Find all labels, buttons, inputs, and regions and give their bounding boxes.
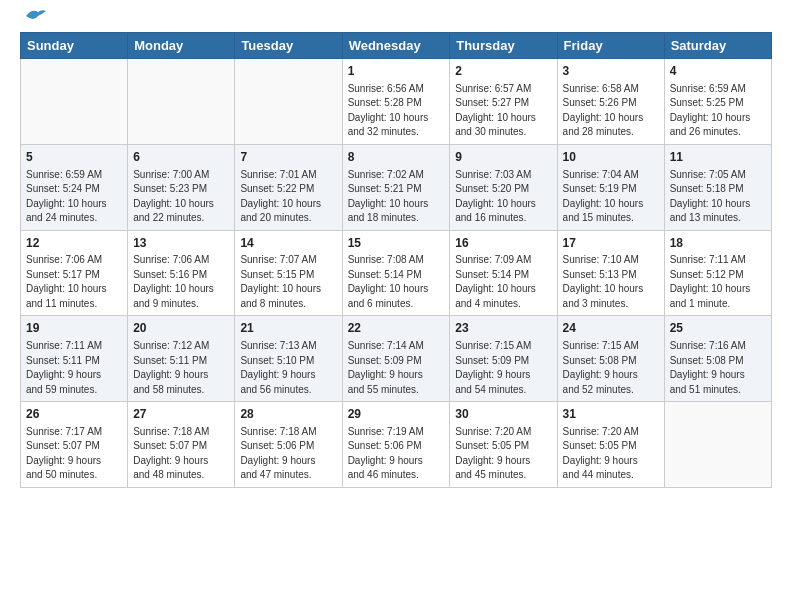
day-number: 14 — [240, 235, 336, 252]
day-info: Sunrise: 7:02 AMSunset: 5:21 PMDaylight:… — [348, 168, 445, 226]
calendar-cell — [664, 402, 771, 488]
weekday-header-saturday: Saturday — [664, 33, 771, 59]
calendar-cell: 19Sunrise: 7:11 AMSunset: 5:11 PMDayligh… — [21, 316, 128, 402]
day-number: 22 — [348, 320, 445, 337]
calendar-cell: 30Sunrise: 7:20 AMSunset: 5:05 PMDayligh… — [450, 402, 557, 488]
day-info: Sunrise: 7:11 AMSunset: 5:12 PMDaylight:… — [670, 253, 766, 311]
logo — [20, 16, 46, 24]
day-number: 28 — [240, 406, 336, 423]
calendar-cell: 24Sunrise: 7:15 AMSunset: 5:08 PMDayligh… — [557, 316, 664, 402]
day-number: 16 — [455, 235, 551, 252]
calendar-cell: 4Sunrise: 6:59 AMSunset: 5:25 PMDaylight… — [664, 59, 771, 145]
calendar-cell: 8Sunrise: 7:02 AMSunset: 5:21 PMDaylight… — [342, 144, 450, 230]
day-number: 3 — [563, 63, 659, 80]
day-info: Sunrise: 7:20 AMSunset: 5:05 PMDaylight:… — [455, 425, 551, 483]
calendar-cell: 6Sunrise: 7:00 AMSunset: 5:23 PMDaylight… — [128, 144, 235, 230]
calendar-cell: 16Sunrise: 7:09 AMSunset: 5:14 PMDayligh… — [450, 230, 557, 316]
day-number: 25 — [670, 320, 766, 337]
weekday-header-thursday: Thursday — [450, 33, 557, 59]
day-number: 8 — [348, 149, 445, 166]
day-info: Sunrise: 7:00 AMSunset: 5:23 PMDaylight:… — [133, 168, 229, 226]
calendar-cell: 13Sunrise: 7:06 AMSunset: 5:16 PMDayligh… — [128, 230, 235, 316]
day-number: 31 — [563, 406, 659, 423]
calendar-cell: 7Sunrise: 7:01 AMSunset: 5:22 PMDaylight… — [235, 144, 342, 230]
day-info: Sunrise: 6:56 AMSunset: 5:28 PMDaylight:… — [348, 82, 445, 140]
day-number: 30 — [455, 406, 551, 423]
day-number: 13 — [133, 235, 229, 252]
calendar-cell: 14Sunrise: 7:07 AMSunset: 5:15 PMDayligh… — [235, 230, 342, 316]
day-info: Sunrise: 7:13 AMSunset: 5:10 PMDaylight:… — [240, 339, 336, 397]
calendar-cell: 2Sunrise: 6:57 AMSunset: 5:27 PMDaylight… — [450, 59, 557, 145]
day-info: Sunrise: 7:18 AMSunset: 5:06 PMDaylight:… — [240, 425, 336, 483]
calendar-cell: 20Sunrise: 7:12 AMSunset: 5:11 PMDayligh… — [128, 316, 235, 402]
calendar-cell: 25Sunrise: 7:16 AMSunset: 5:08 PMDayligh… — [664, 316, 771, 402]
calendar-week-4: 19Sunrise: 7:11 AMSunset: 5:11 PMDayligh… — [21, 316, 772, 402]
calendar-cell — [128, 59, 235, 145]
day-info: Sunrise: 7:04 AMSunset: 5:19 PMDaylight:… — [563, 168, 659, 226]
header — [20, 16, 772, 24]
calendar-cell: 28Sunrise: 7:18 AMSunset: 5:06 PMDayligh… — [235, 402, 342, 488]
calendar-cell: 26Sunrise: 7:17 AMSunset: 5:07 PMDayligh… — [21, 402, 128, 488]
day-info: Sunrise: 7:18 AMSunset: 5:07 PMDaylight:… — [133, 425, 229, 483]
day-number: 7 — [240, 149, 336, 166]
day-info: Sunrise: 7:06 AMSunset: 5:16 PMDaylight:… — [133, 253, 229, 311]
calendar-cell: 15Sunrise: 7:08 AMSunset: 5:14 PMDayligh… — [342, 230, 450, 316]
calendar-cell: 18Sunrise: 7:11 AMSunset: 5:12 PMDayligh… — [664, 230, 771, 316]
day-info: Sunrise: 7:14 AMSunset: 5:09 PMDaylight:… — [348, 339, 445, 397]
day-info: Sunrise: 7:15 AMSunset: 5:09 PMDaylight:… — [455, 339, 551, 397]
calendar-cell: 17Sunrise: 7:10 AMSunset: 5:13 PMDayligh… — [557, 230, 664, 316]
calendar-week-5: 26Sunrise: 7:17 AMSunset: 5:07 PMDayligh… — [21, 402, 772, 488]
day-info: Sunrise: 7:17 AMSunset: 5:07 PMDaylight:… — [26, 425, 122, 483]
day-number: 12 — [26, 235, 122, 252]
day-number: 4 — [670, 63, 766, 80]
day-number: 20 — [133, 320, 229, 337]
calendar-cell: 11Sunrise: 7:05 AMSunset: 5:18 PMDayligh… — [664, 144, 771, 230]
weekday-header-monday: Monday — [128, 33, 235, 59]
day-info: Sunrise: 6:57 AMSunset: 5:27 PMDaylight:… — [455, 82, 551, 140]
day-info: Sunrise: 7:12 AMSunset: 5:11 PMDaylight:… — [133, 339, 229, 397]
calendar-cell: 31Sunrise: 7:20 AMSunset: 5:05 PMDayligh… — [557, 402, 664, 488]
calendar-cell: 10Sunrise: 7:04 AMSunset: 5:19 PMDayligh… — [557, 144, 664, 230]
day-number: 5 — [26, 149, 122, 166]
day-info: Sunrise: 7:06 AMSunset: 5:17 PMDaylight:… — [26, 253, 122, 311]
calendar-cell: 9Sunrise: 7:03 AMSunset: 5:20 PMDaylight… — [450, 144, 557, 230]
day-info: Sunrise: 7:11 AMSunset: 5:11 PMDaylight:… — [26, 339, 122, 397]
calendar-table: SundayMondayTuesdayWednesdayThursdayFrid… — [20, 32, 772, 488]
day-info: Sunrise: 7:05 AMSunset: 5:18 PMDaylight:… — [670, 168, 766, 226]
calendar-week-1: 1Sunrise: 6:56 AMSunset: 5:28 PMDaylight… — [21, 59, 772, 145]
calendar-cell: 5Sunrise: 6:59 AMSunset: 5:24 PMDaylight… — [21, 144, 128, 230]
day-number: 9 — [455, 149, 551, 166]
day-info: Sunrise: 7:10 AMSunset: 5:13 PMDaylight:… — [563, 253, 659, 311]
weekday-header-friday: Friday — [557, 33, 664, 59]
day-info: Sunrise: 7:01 AMSunset: 5:22 PMDaylight:… — [240, 168, 336, 226]
day-info: Sunrise: 7:15 AMSunset: 5:08 PMDaylight:… — [563, 339, 659, 397]
day-number: 15 — [348, 235, 445, 252]
day-number: 23 — [455, 320, 551, 337]
day-info: Sunrise: 7:03 AMSunset: 5:20 PMDaylight:… — [455, 168, 551, 226]
day-number: 17 — [563, 235, 659, 252]
day-number: 21 — [240, 320, 336, 337]
day-info: Sunrise: 6:59 AMSunset: 5:25 PMDaylight:… — [670, 82, 766, 140]
calendar-cell: 22Sunrise: 7:14 AMSunset: 5:09 PMDayligh… — [342, 316, 450, 402]
calendar-week-3: 12Sunrise: 7:06 AMSunset: 5:17 PMDayligh… — [21, 230, 772, 316]
day-info: Sunrise: 7:16 AMSunset: 5:08 PMDaylight:… — [670, 339, 766, 397]
day-info: Sunrise: 7:09 AMSunset: 5:14 PMDaylight:… — [455, 253, 551, 311]
day-number: 1 — [348, 63, 445, 80]
day-info: Sunrise: 7:19 AMSunset: 5:06 PMDaylight:… — [348, 425, 445, 483]
day-number: 26 — [26, 406, 122, 423]
calendar-cell: 3Sunrise: 6:58 AMSunset: 5:26 PMDaylight… — [557, 59, 664, 145]
day-number: 11 — [670, 149, 766, 166]
page: SundayMondayTuesdayWednesdayThursdayFrid… — [0, 0, 792, 504]
day-number: 19 — [26, 320, 122, 337]
weekday-header-sunday: Sunday — [21, 33, 128, 59]
calendar-cell: 1Sunrise: 6:56 AMSunset: 5:28 PMDaylight… — [342, 59, 450, 145]
calendar-cell — [235, 59, 342, 145]
logo-bird-icon — [24, 8, 46, 24]
calendar-cell: 21Sunrise: 7:13 AMSunset: 5:10 PMDayligh… — [235, 316, 342, 402]
day-number: 24 — [563, 320, 659, 337]
calendar-cell: 27Sunrise: 7:18 AMSunset: 5:07 PMDayligh… — [128, 402, 235, 488]
day-number: 29 — [348, 406, 445, 423]
day-number: 18 — [670, 235, 766, 252]
calendar-cell — [21, 59, 128, 145]
day-number: 27 — [133, 406, 229, 423]
